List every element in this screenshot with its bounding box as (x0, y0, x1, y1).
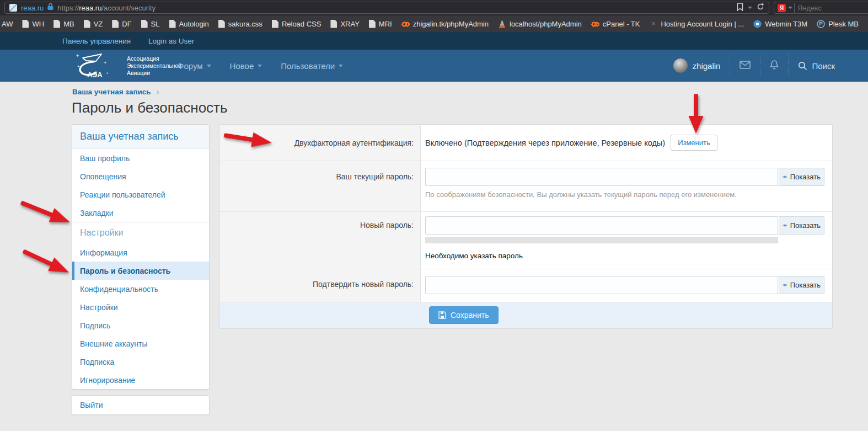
confirm-password-show-button[interactable]: Показать (779, 276, 824, 294)
save-button[interactable]: Сохранить (429, 306, 499, 324)
breadcrumb-chevron-icon (157, 87, 159, 96)
current-password-show-button[interactable]: Показать (779, 168, 824, 186)
bookmark-item[interactable]: zhigalin.tk/phpMyAdmin (401, 20, 489, 28)
divider (730, 54, 730, 77)
file-icon (141, 20, 148, 28)
sidebar-section-settings[interactable]: Настройки (72, 222, 209, 243)
site-identity-label[interactable]: reaa.ru (21, 4, 44, 12)
security-form: Двухфакторная аутентификация: Включено (… (219, 124, 833, 328)
avatar[interactable] (673, 58, 688, 73)
sidebar-item-preferences[interactable]: Настройки (72, 298, 209, 316)
chevron-down-icon (207, 65, 211, 67)
bookmark-item[interactable]: WH (22, 20, 44, 28)
browser-search-box[interactable] (774, 2, 868, 14)
new-password-error: Необходимо указать пароль (425, 252, 832, 260)
divider (760, 54, 760, 77)
form-footer: Сохранить (219, 302, 832, 328)
file-icon (369, 20, 376, 28)
two-factor-status: Включено (Подтверждения через приложение… (425, 139, 665, 147)
bookmark-item[interactable]: localhost/phpMyAdmin (498, 20, 582, 28)
bookmark-item[interactable]: Hosting Account Login | ... (649, 20, 744, 28)
current-password-input[interactable] (425, 168, 778, 186)
plesk-icon (817, 20, 825, 28)
bookmark-item[interactable]: SL (141, 20, 160, 28)
webmin-icon (753, 20, 762, 28)
bookmark-item[interactable]: AW (0, 20, 13, 28)
sidebar-item-alerts[interactable]: Оповещения (72, 167, 209, 185)
sidebar-item-information[interactable]: Информация (72, 243, 209, 262)
nav-whats-new[interactable]: Новое (230, 61, 262, 71)
site-logo[interactable]: АЭА + + + + Ассоциация Экспериментальной… (75, 52, 181, 79)
sidebar-item-profile[interactable]: Ваш профиль (72, 149, 209, 167)
inbox-envelope-icon[interactable] (740, 61, 751, 71)
confirm-password-input[interactable] (425, 276, 778, 294)
bookmark-item[interactable]: cPanel - TK (591, 20, 640, 28)
url-text[interactable]: https://reaa.ru/account/security (57, 4, 156, 12)
sidebar-item-signature[interactable]: Подпись (72, 316, 209, 334)
current-password-row: Ваш текущий пароль: Показать По соображе… (219, 161, 832, 212)
reload-icon[interactable] (757, 3, 764, 13)
bookmark-label: VZ (94, 20, 103, 28)
divider (788, 54, 789, 77)
bookmark-label: DF (122, 20, 131, 28)
alerts-bell-icon[interactable] (770, 60, 779, 72)
bookmark-label: localhost/phpMyAdmin (510, 20, 582, 28)
file-icon (218, 20, 225, 28)
bookmark-item[interactable]: MRI (369, 20, 392, 28)
confirm-password-label: Подтвердить новый пароль: (219, 269, 421, 302)
sidebar-item-ignoring[interactable]: Игнорирование (72, 371, 209, 389)
sidebar-item-reactions[interactable]: Реакции пользователей (72, 185, 209, 204)
cpanel-icon (401, 20, 410, 28)
bookmark-item[interactable]: Reload CSS (272, 20, 322, 28)
bookmark-item[interactable]: Plesk MB (817, 20, 859, 28)
sidebar-item-bookmarks[interactable]: Закладки (72, 204, 209, 222)
nav-members[interactable]: Пользователи (281, 61, 343, 71)
two-factor-change-button[interactable]: Изменить (671, 135, 717, 151)
browser-search-input[interactable] (795, 3, 861, 13)
padlock-icon[interactable] (47, 3, 53, 13)
browser-top-bar: reaa.ru https://reaa.ru/account/security (0, 0, 868, 15)
bookmark-label: SL (151, 20, 160, 28)
bookmark-item[interactable]: DF (112, 20, 131, 28)
bookmark-label: Reload CSS (282, 20, 322, 28)
bookmark-label: XRAY (340, 20, 359, 28)
yandex-icon[interactable] (778, 4, 786, 12)
bookmark-page-icon[interactable] (737, 3, 743, 13)
new-password-show-button[interactable]: Показать (779, 216, 824, 235)
bookmark-item[interactable]: Autologin (169, 20, 209, 28)
search-engine-dropdown-icon[interactable] (788, 7, 792, 9)
breadcrumb-account-link[interactable]: Ваша учетная запись (72, 88, 151, 96)
page-title: Пароль и безопасность (72, 99, 228, 116)
sidebar-item-privacy[interactable]: Конфиденциальность (72, 280, 209, 298)
admin-control-panel-link[interactable]: Панель управления (62, 37, 131, 45)
annotation-arrow-settings (18, 195, 73, 230)
sidebar-item-external-accounts[interactable]: Внешние аккаунты (72, 334, 209, 353)
aea-logo-icon: АЭА + + + + (75, 52, 122, 79)
nav-forum[interactable]: Форум (178, 61, 211, 71)
address-bar[interactable]: reaa.ru https://reaa.ru/account/security (4, 2, 769, 14)
account-menu[interactable]: zhigalin (673, 58, 721, 73)
site-search-button[interactable]: Поиск (798, 61, 835, 71)
site-title: Ассоциация Экспериментальной Авиации (127, 55, 181, 77)
current-password-hint: По соображениям безопасности, Вы должны … (425, 190, 832, 199)
search-label: Поиск (812, 61, 835, 71)
site-header: АЭА + + + + Ассоциация Экспериментальной… (0, 50, 868, 82)
file-icon (53, 20, 60, 28)
svg-text:+: + (104, 60, 106, 66)
bookmark-item[interactable]: VZ (84, 20, 103, 28)
logout-button[interactable]: Выйти (72, 395, 210, 415)
broken-image-icon (649, 20, 657, 28)
login-as-user-link[interactable]: Login as User (148, 37, 194, 45)
sidebar-item-subscription[interactable]: Подписка (72, 353, 209, 371)
bookmark-item[interactable]: XRAY (330, 20, 359, 28)
bookmark-label: zhigalin.tk/phpMyAdmin (413, 20, 489, 28)
sidebar-item-security[interactable]: Пароль и безопасность (72, 262, 209, 280)
bookmark-dropdown-icon[interactable] (748, 7, 752, 9)
bookmark-item[interactable]: MB (53, 20, 74, 28)
bookmark-item[interactable]: sakura.css (218, 20, 262, 28)
new-password-input[interactable] (425, 216, 778, 235)
header-right-cluster: zhigalin Поиск (673, 50, 835, 82)
sidebar-header: Ваша учетная запись (72, 125, 209, 149)
bookmark-item[interactable]: Webmin T3M (753, 20, 807, 28)
bookmark-label: MRI (379, 20, 392, 28)
